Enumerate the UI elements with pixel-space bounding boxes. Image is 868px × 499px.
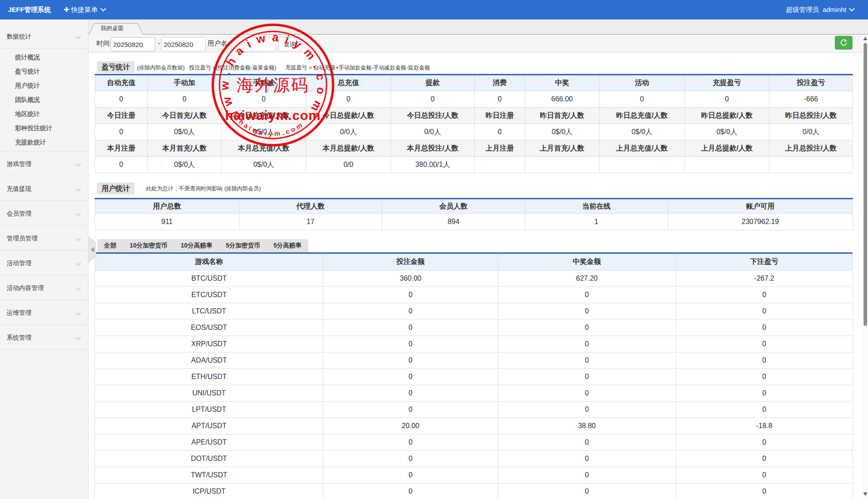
- svg-text:海外源码: 海外源码: [237, 76, 309, 94]
- svg-text:haiwaiym.com: haiwaiym.com: [225, 108, 321, 123]
